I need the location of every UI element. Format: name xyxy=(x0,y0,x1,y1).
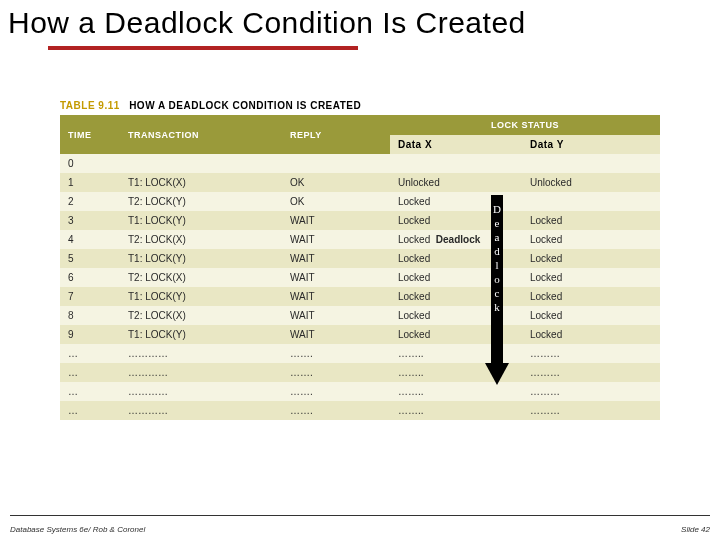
cell-reply: WAIT xyxy=(282,211,390,230)
cell-reply: WAIT xyxy=(282,287,390,306)
col-transaction: TRANSACTION xyxy=(120,115,282,154)
cell-time: 3 xyxy=(60,211,120,230)
cell-lock-y: ……… xyxy=(522,363,660,382)
cell-transaction: ………… xyxy=(120,363,282,382)
cell-transaction: T2: LOCK(X) xyxy=(120,306,282,325)
cell-reply: ……. xyxy=(282,344,390,363)
cell-transaction: T1: LOCK(Y) xyxy=(120,249,282,268)
cell-lock-y: Unlocked xyxy=(522,173,660,192)
cell-lock-x: Unlocked xyxy=(390,173,522,192)
cell-lock-x: Locked xyxy=(390,287,522,306)
table-row: 1T1: LOCK(X)OKUnlockedUnlocked xyxy=(60,173,660,192)
table-caption: TABLE 9.11 HOW A DEADLOCK CONDITION IS C… xyxy=(60,100,660,111)
cell-reply: WAIT xyxy=(282,325,390,344)
cell-lock-y: Locked xyxy=(522,211,660,230)
cell-lock-x: Locked Deadlock xyxy=(390,230,522,249)
header-row-1: TIME TRANSACTION REPLY LOCK STATUS xyxy=(60,115,660,135)
cell-lock-y: ……… xyxy=(522,344,660,363)
cell-transaction: ………… xyxy=(120,344,282,363)
cell-lock-x: …….. xyxy=(390,382,522,401)
col-time: TIME xyxy=(60,115,120,154)
table-row: ………………….……..……… xyxy=(60,382,660,401)
cell-time: 8 xyxy=(60,306,120,325)
cell-time: 5 xyxy=(60,249,120,268)
cell-reply: WAIT xyxy=(282,230,390,249)
table-row: 9T1: LOCK(Y)WAITLockedLocked xyxy=(60,325,660,344)
cell-lock-y: Locked xyxy=(522,230,660,249)
title-underline xyxy=(48,46,358,50)
footer-right: Slide 42 xyxy=(681,525,710,534)
cell-time: … xyxy=(60,344,120,363)
table-row: 2T2: LOCK(Y)OKLocked xyxy=(60,192,660,211)
cell-reply: WAIT xyxy=(282,268,390,287)
cell-transaction xyxy=(120,154,282,173)
table-row: 0 xyxy=(60,154,660,173)
cell-time: 7 xyxy=(60,287,120,306)
cell-lock-x: Locked xyxy=(390,325,522,344)
cell-lock-y: ……… xyxy=(522,401,660,420)
cell-lock-x: …….. xyxy=(390,344,522,363)
table-row: ………………….……..……… xyxy=(60,363,660,382)
cell-lock-y: ……… xyxy=(522,382,660,401)
cell-time: … xyxy=(60,401,120,420)
cell-lock-y: Locked xyxy=(522,268,660,287)
table-number: TABLE 9.11 xyxy=(60,100,120,111)
cell-time: 9 xyxy=(60,325,120,344)
cell-transaction: T2: LOCK(Y) xyxy=(120,192,282,211)
cell-lock-y: Locked xyxy=(522,325,660,344)
cell-lock-x: Locked xyxy=(390,268,522,287)
cell-reply: ……. xyxy=(282,401,390,420)
table-row: 7T1: LOCK(Y)WAITLockedLocked xyxy=(60,287,660,306)
cell-lock-y: Locked xyxy=(522,306,660,325)
cell-reply: ……. xyxy=(282,363,390,382)
col-lockstatus: LOCK STATUS xyxy=(390,115,660,135)
cell-time: 4 xyxy=(60,230,120,249)
cell-reply: OK xyxy=(282,192,390,211)
cell-reply: WAIT xyxy=(282,306,390,325)
footer-left: Database Systems 6e/ Rob & Coronel xyxy=(10,525,145,534)
cell-transaction: ………… xyxy=(120,382,282,401)
cell-reply: WAIT xyxy=(282,249,390,268)
table-row: 3T1: LOCK(Y)WAITLockedLocked xyxy=(60,211,660,230)
cell-lock-x xyxy=(390,154,522,173)
cell-transaction: T1: LOCK(Y) xyxy=(120,325,282,344)
cell-time: 6 xyxy=(60,268,120,287)
table-caption-text: HOW A DEADLOCK CONDITION IS CREATED xyxy=(129,100,361,111)
cell-lock-x: …….. xyxy=(390,401,522,420)
cell-reply: OK xyxy=(282,173,390,192)
table-row: 8T2: LOCK(X)WAITLockedLocked xyxy=(60,306,660,325)
cell-lock-y: Locked xyxy=(522,249,660,268)
table-row: 4T2: LOCK(X)WAITLocked DeadlockLocked xyxy=(60,230,660,249)
cell-transaction: T1: LOCK(X) xyxy=(120,173,282,192)
footer-divider xyxy=(10,515,710,516)
cell-lock-x: Locked xyxy=(390,211,522,230)
table-container: TABLE 9.11 HOW A DEADLOCK CONDITION IS C… xyxy=(60,100,660,420)
cell-transaction: T2: LOCK(X) xyxy=(120,268,282,287)
cell-lock-y xyxy=(522,154,660,173)
cell-time: … xyxy=(60,363,120,382)
col-datay: Data Y xyxy=(522,135,660,154)
table-row: 6T2: LOCK(X)WAITLockedLocked xyxy=(60,268,660,287)
cell-lock-x: Locked xyxy=(390,306,522,325)
col-reply: REPLY xyxy=(282,115,390,154)
col-datax: Data X xyxy=(390,135,522,154)
cell-transaction: T1: LOCK(Y) xyxy=(120,211,282,230)
cell-reply: ……. xyxy=(282,382,390,401)
cell-time: … xyxy=(60,382,120,401)
cell-time: 0 xyxy=(60,154,120,173)
cell-transaction: T2: LOCK(X) xyxy=(120,230,282,249)
table-row: ………………….……..……… xyxy=(60,401,660,420)
table-row: 5T1: LOCK(Y)WAITLockedLocked xyxy=(60,249,660,268)
cell-transaction: T1: LOCK(Y) xyxy=(120,287,282,306)
cell-time: 2 xyxy=(60,192,120,211)
cell-transaction: ………… xyxy=(120,401,282,420)
cell-lock-x: Locked xyxy=(390,192,522,211)
table-body: 01T1: LOCK(X)OKUnlockedUnlocked2T2: LOCK… xyxy=(60,154,660,420)
slide-title: How a Deadlock Condition Is Created xyxy=(0,0,720,42)
slide-footer: Database Systems 6e/ Rob & Coronel Slide… xyxy=(0,525,720,534)
cell-lock-x: Locked xyxy=(390,249,522,268)
cell-reply xyxy=(282,154,390,173)
deadlock-table: TIME TRANSACTION REPLY LOCK STATUS Data … xyxy=(60,115,660,420)
table-row: ………………….……..……… xyxy=(60,344,660,363)
cell-lock-y: Locked xyxy=(522,287,660,306)
